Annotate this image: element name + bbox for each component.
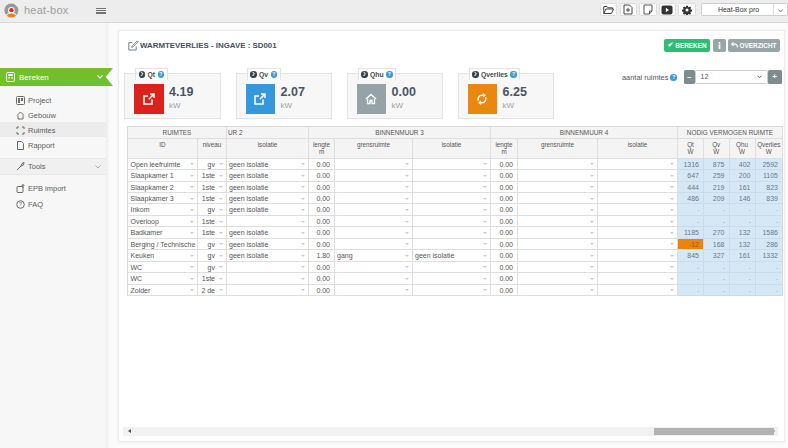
svg-text:?: ?	[19, 201, 22, 207]
